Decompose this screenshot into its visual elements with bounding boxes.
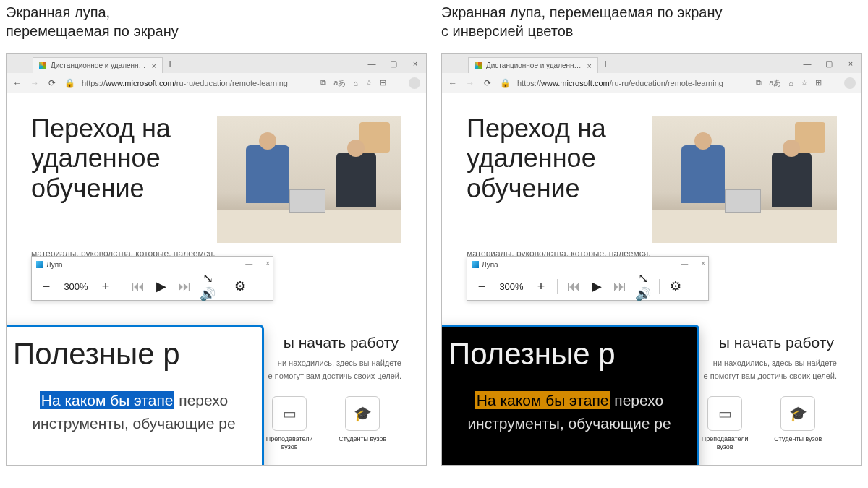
read-cursor-button[interactable]: ⤡🔊	[634, 270, 652, 302]
tab-close-icon[interactable]: ×	[152, 61, 156, 70]
back-button[interactable]: ←	[12, 78, 22, 88]
zoom-out-button[interactable]: −	[473, 279, 490, 294]
close-button[interactable]: ×	[404, 54, 426, 73]
role-tile-students[interactable]: 🎓 Студенты вузов	[330, 396, 395, 452]
page-content: Переход на удаленное обучение материалы,…	[7, 93, 426, 465]
caption-line: перемещаемая по экрану	[6, 22, 427, 40]
left-example: Экранная лупа, перемещаемая по экрану Ди…	[6, 0, 427, 488]
favorites-icon[interactable]: ☆	[365, 78, 373, 87]
student-icon: 🎓	[345, 396, 380, 431]
url-path: /ru-ru/education/remote-learning	[174, 79, 288, 87]
lens-line-2: инструменты, обучающие ре	[448, 412, 690, 435]
url-host: www.microsoft.com	[541, 79, 610, 87]
collections-icon[interactable]: ⊞	[815, 78, 822, 87]
home-icon[interactable]: ⌂	[788, 79, 793, 87]
home-icon[interactable]: ⌂	[353, 79, 358, 87]
magnifier-app-icon	[472, 261, 479, 268]
faculty-icon: ▭	[707, 396, 742, 431]
prev-button[interactable]: ⏮	[129, 279, 147, 294]
read-cursor-button[interactable]: ⤡🔊	[199, 270, 216, 302]
role-tile-faculty[interactable]: ▭ Преподаватели вузов	[692, 396, 757, 452]
menu-icon[interactable]: ⋯	[829, 78, 837, 87]
menu-icon[interactable]: ⋯	[393, 78, 401, 87]
page-title: Переход на удаленное обучение	[467, 114, 645, 243]
magnifier-toolbar[interactable]: Лупа — × − 300% + ⏮ ▶ ⏭ ⤡🔊 ⚙	[467, 256, 709, 301]
url-field[interactable]: https://www.microsoft.com/ru-ru/educatio…	[517, 79, 749, 87]
toolbar-right: ⧉ аあ ⌂ ☆ ⊞ ⋯	[756, 77, 856, 89]
zoom-in-button[interactable]: +	[97, 279, 114, 294]
close-button[interactable]: ×	[840, 54, 861, 73]
student-icon: 🎓	[780, 396, 815, 431]
favicon-icon	[39, 62, 46, 69]
maximize-button[interactable]: ▢	[383, 54, 404, 73]
forward-button[interactable]: →	[30, 78, 40, 88]
lock-icon: 🔒	[64, 78, 75, 88]
hero-image	[652, 116, 837, 243]
settings-button[interactable]: ⚙	[667, 278, 684, 294]
favicon-icon	[475, 62, 482, 69]
url-field[interactable]: https://www.microsoft.com/ru-ru/educatio…	[82, 79, 313, 87]
lens-heading: Полезные р	[448, 337, 690, 372]
next-button[interactable]: ⏭	[176, 279, 193, 294]
magnifier-controls: − 300% + ⏮ ▶ ⏭ ⤡🔊 ⚙	[467, 273, 708, 300]
window-controls: — ▢ ×	[796, 54, 861, 73]
new-tab-button[interactable]: +	[603, 58, 608, 69]
reader-icon[interactable]: ⧉	[756, 78, 762, 87]
right-caption: Экранная лупа, перемещаемая по экрану с …	[441, 0, 862, 53]
minimize-button[interactable]: —	[796, 54, 818, 73]
magnifier-lens-inverted[interactable]: Полезные р На каком бы этапе перехо инст…	[441, 325, 699, 466]
caption-line: с инверсией цветов	[441, 22, 862, 40]
lens-line-1: На каком бы этапе перехо	[448, 389, 690, 412]
role-label: Преподаватели вузов	[257, 435, 322, 452]
maximize-button[interactable]: ▢	[818, 54, 840, 73]
hero-image	[217, 116, 401, 243]
translate-icon[interactable]: аあ	[769, 77, 781, 88]
settings-button[interactable]: ⚙	[231, 278, 249, 294]
zoom-level: 300%	[496, 281, 527, 292]
collections-icon[interactable]: ⊞	[380, 78, 386, 87]
browser-window: Дистанционное и удаленное о… × + — ▢ × ←…	[6, 53, 427, 466]
role-label: Преподаватели вузов	[692, 435, 757, 452]
lens-rest: перехо	[610, 392, 663, 408]
refresh-button[interactable]: ⟳	[482, 78, 493, 88]
translate-icon[interactable]: аあ	[333, 77, 346, 88]
url-scheme: https://	[82, 79, 106, 87]
next-button[interactable]: ⏭	[611, 279, 629, 294]
favorites-icon[interactable]: ☆	[801, 78, 808, 87]
prev-button[interactable]: ⏮	[565, 279, 582, 294]
magnifier-minimize-icon[interactable]: —	[681, 260, 688, 267]
profile-avatar[interactable]	[844, 77, 856, 89]
magnifier-close-icon[interactable]: ×	[701, 260, 705, 267]
tab-title: Дистанционное и удаленное о…	[486, 61, 583, 69]
role-tile-students[interactable]: 🎓 Студенты вузов	[765, 396, 830, 452]
browser-tab[interactable]: Дистанционное и удаленное о… ×	[33, 57, 163, 73]
magnifier-lens[interactable]: Полезные р На каком бы этапе перехо инст…	[6, 325, 264, 466]
right-example: Экранная лупа, перемещаемая по экрану с …	[441, 0, 862, 488]
separator	[122, 279, 122, 294]
zoom-level: 300%	[61, 281, 91, 292]
window-controls: — ▢ ×	[361, 54, 426, 73]
magnifier-toolbar[interactable]: Лупа — × − 300% + ⏮ ▶ ⏭ ⤡🔊 ⚙	[31, 256, 273, 301]
zoom-out-button[interactable]: −	[38, 279, 55, 294]
separator	[659, 279, 660, 294]
tab-title: Дистанционное и удаленное о…	[51, 61, 148, 69]
tab-close-icon[interactable]: ×	[587, 61, 592, 70]
minimize-button[interactable]: —	[361, 54, 383, 73]
play-button[interactable]: ▶	[153, 278, 170, 294]
reader-icon[interactable]: ⧉	[320, 78, 326, 87]
new-tab-button[interactable]: +	[167, 58, 173, 69]
role-tile-faculty[interactable]: ▭ Преподаватели вузов	[257, 396, 322, 452]
zoom-in-button[interactable]: +	[532, 279, 550, 294]
page-title: Переход на удаленное обучение	[31, 114, 210, 243]
profile-avatar[interactable]	[409, 77, 420, 89]
magnifier-titlebar[interactable]: Лупа — ×	[32, 257, 273, 273]
play-button[interactable]: ▶	[588, 278, 605, 294]
magnifier-close-icon[interactable]: ×	[265, 260, 270, 267]
browser-tab[interactable]: Дистанционное и удаленное о… ×	[468, 57, 598, 73]
magnifier-titlebar[interactable]: Лупа — ×	[467, 257, 708, 273]
magnifier-minimize-icon[interactable]: —	[245, 260, 252, 267]
forward-button[interactable]: →	[465, 78, 475, 88]
url-scheme: https://	[517, 79, 541, 87]
back-button[interactable]: ←	[448, 78, 458, 88]
refresh-button[interactable]: ⟳	[47, 78, 57, 88]
